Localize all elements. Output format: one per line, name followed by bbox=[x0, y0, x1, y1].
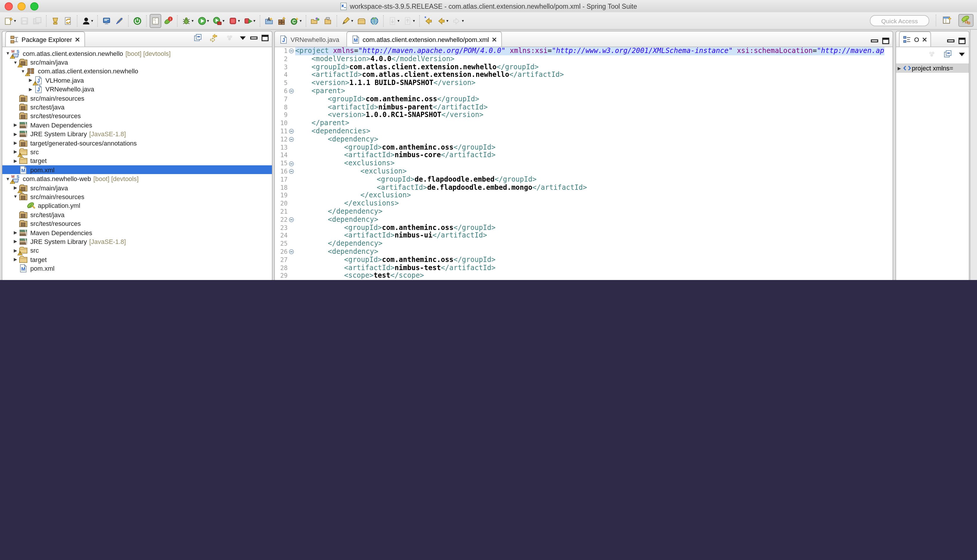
close-icon[interactable] bbox=[492, 37, 497, 42]
tree-item-maven-dependencies[interactable]: ▶Maven Dependencies bbox=[2, 120, 272, 130]
outline-node-project[interactable]: ▶ project xmlns= bbox=[896, 63, 969, 73]
code-line[interactable]: 21</dependency> bbox=[275, 208, 893, 216]
code-line[interactable]: 28<artifactId>nimbus-test</artifactId> bbox=[275, 264, 893, 272]
code-line[interactable]: 14<artifactId>nimbus-core</artifactId> bbox=[275, 152, 893, 160]
code-line[interactable]: 5<version>1.1.1 BUILD-SNAPSHOT</version> bbox=[275, 79, 893, 87]
build-project-button[interactable] bbox=[49, 14, 61, 28]
new-package-button[interactable] bbox=[276, 14, 287, 28]
tab-vrnewhello-java[interactable]: J VRNewhello.java bbox=[275, 33, 343, 47]
fold-collapse-icon[interactable] bbox=[288, 248, 295, 256]
tree-item-jre-system-library[interactable]: ▶JRE System Library[JavaSE-1.8] bbox=[2, 237, 272, 246]
minimize-view-button[interactable] bbox=[947, 37, 955, 45]
maximize-view-button[interactable] bbox=[882, 37, 890, 45]
code-line[interactable]: 1<project xmlns="http://maven.apache.org… bbox=[275, 47, 893, 55]
tree-item-application-yml[interactable]: application.yml bbox=[2, 201, 272, 210]
code-line[interactable]: 2<modelVersion>4.0.0</modelVersion> bbox=[275, 55, 893, 63]
view-menu-button[interactable] bbox=[958, 51, 966, 58]
code-line[interactable]: 8<artifactId>nimbus-parent</artifactId> bbox=[275, 103, 893, 112]
code-line[interactable]: 6<parent> bbox=[275, 87, 893, 95]
tree-item-jre-system-library[interactable]: ▶JRE System Library[JavaSE-1.8] bbox=[2, 130, 272, 138]
quick-access-input[interactable]: Quick Access bbox=[870, 15, 929, 26]
tree-item-src-test-java[interactable]: src/test/java bbox=[2, 210, 272, 219]
code-line[interactable]: 4<artifactId>com.atlas.client.extension.… bbox=[275, 71, 893, 80]
code-line[interactable]: 26<dependency> bbox=[275, 248, 893, 256]
chevron-right-icon[interactable]: ▶ bbox=[12, 158, 18, 163]
run-button[interactable]: ▾ bbox=[196, 14, 210, 28]
tree-item-target[interactable]: ▶target bbox=[2, 156, 272, 165]
chevron-right-icon[interactable]: ▶ bbox=[12, 257, 18, 262]
tree-item-vlhome-java[interactable]: ▶JVLHome.java bbox=[2, 76, 272, 85]
fold-collapse-icon[interactable] bbox=[288, 87, 295, 95]
tree-item-com-atlas-client-extension-newhello[interactable]: ▼com.atlas.client.extension.newhello bbox=[2, 67, 272, 76]
minimize-view-button[interactable] bbox=[870, 37, 879, 45]
code-line[interactable]: 11<dependencies> bbox=[275, 127, 893, 136]
working-sets-button[interactable] bbox=[223, 31, 235, 45]
chevron-right-icon[interactable]: ▶ bbox=[12, 239, 18, 244]
java-element-button[interactable]: A bbox=[263, 14, 275, 28]
tree-item-src-main-resources[interactable]: src/main/resources bbox=[2, 94, 272, 103]
web-browser-button[interactable] bbox=[368, 14, 380, 28]
tree-item-com-atlas-client-extension-newhello[interactable]: ▼MScom.atlas.client.extension.newhello[b… bbox=[2, 49, 272, 58]
tree-item-maven-dependencies[interactable]: ▶Maven Dependencies bbox=[2, 228, 272, 237]
next-annotation-button[interactable]: ▾ bbox=[386, 14, 400, 28]
code-line[interactable]: 29<scope>test</scope> bbox=[275, 272, 893, 280]
maximize-view-button[interactable] bbox=[261, 34, 269, 42]
relaunch-button[interactable]: ▾ bbox=[242, 14, 257, 28]
code-line[interactable]: 16<exclusion> bbox=[275, 168, 893, 176]
fold-collapse-icon[interactable] bbox=[288, 216, 295, 224]
boot-power-button[interactable] bbox=[132, 14, 143, 28]
collapse-all-button[interactable] bbox=[942, 47, 954, 61]
code-line[interactable]: 25</dependency> bbox=[275, 240, 893, 248]
tree-item-target[interactable]: ▶target bbox=[2, 255, 272, 264]
fold-collapse-icon[interactable] bbox=[288, 168, 295, 176]
code-line[interactable]: 24<artifactId>nimbus-ui</artifactId> bbox=[275, 232, 893, 240]
fold-collapse-icon[interactable] bbox=[288, 47, 295, 55]
chevron-right-icon[interactable]: ▶ bbox=[12, 140, 18, 145]
tree-item-src-main-java[interactable]: ▼src/main/java bbox=[2, 58, 272, 67]
forward-button[interactable]: ▾ bbox=[451, 14, 465, 28]
tree-item-vrnewhello-java[interactable]: ▶JVRNewhello.java bbox=[2, 85, 272, 94]
chevron-right-icon[interactable]: ▶ bbox=[12, 131, 18, 137]
code-line[interactable]: 27<groupId>com.antheminc.oss</groupId> bbox=[275, 256, 893, 264]
last-edit-location-button[interactable]: * bbox=[422, 14, 434, 28]
code-line[interactable]: 15<exclusions> bbox=[275, 160, 893, 168]
code-line[interactable]: 7<groupId>com.antheminc.oss</groupId> bbox=[275, 95, 893, 103]
previous-annotation-button[interactable]: ▾ bbox=[402, 14, 416, 28]
maximize-view-button[interactable] bbox=[958, 37, 966, 45]
tree-item-src-test-java[interactable]: src/test/java bbox=[2, 103, 272, 112]
tree-item-pom-xml[interactable]: Mpom.xml bbox=[2, 264, 272, 273]
save-button[interactable] bbox=[18, 14, 30, 28]
code-line[interactable]: 9<version>1.0.0.RC1-SNAPSHOT</version> bbox=[275, 112, 893, 120]
code-line[interactable]: 23<groupId>com.antheminc.oss</groupId> bbox=[275, 224, 893, 232]
user-profile-button[interactable]: ▾ bbox=[80, 14, 94, 28]
chevron-right-icon[interactable]: ▶ bbox=[12, 123, 18, 128]
xml-source-editor[interactable]: 1<project xmlns="http://maven.apache.org… bbox=[275, 47, 893, 280]
code-line[interactable]: 20</exclusions> bbox=[275, 200, 893, 208]
tab-outline[interactable]: O bbox=[899, 32, 931, 47]
refresh-file-button[interactable] bbox=[62, 14, 73, 28]
tree-item-src-test-resources[interactable]: src/test/resources bbox=[2, 219, 272, 228]
terminate-button[interactable]: ▾ bbox=[227, 14, 241, 28]
minimize-view-button[interactable] bbox=[250, 34, 258, 42]
remote-console-button[interactable] bbox=[101, 14, 112, 28]
open-perspective-button[interactable] bbox=[940, 14, 955, 27]
spring-perspective-button[interactable] bbox=[959, 14, 974, 27]
tab-package-explorer[interactable]: Package Explorer bbox=[5, 32, 85, 47]
code-line[interactable]: 19</exclusion> bbox=[275, 192, 893, 200]
tree-item-src-main-java[interactable]: ▶src/main/java bbox=[2, 183, 272, 192]
back-button[interactable]: ▾ bbox=[435, 14, 450, 28]
close-icon[interactable] bbox=[75, 37, 80, 42]
chevron-right-icon[interactable]: ▶ bbox=[12, 230, 18, 235]
fold-collapse-icon[interactable] bbox=[288, 127, 295, 136]
chevron-right-icon[interactable]: ▶ bbox=[896, 65, 902, 71]
code-line[interactable]: 17<groupId>de.flapdoodle.embed</groupId> bbox=[275, 176, 893, 184]
code-line[interactable]: 18<artifactId>de.flapdoodle.embed.mongo<… bbox=[275, 184, 893, 192]
tree-item-src[interactable]: ▶src bbox=[2, 148, 272, 157]
code-line[interactable]: 10</parent> bbox=[275, 119, 893, 127]
tree-item-com-atlas-newhello-web[interactable]: ▼MScom.atlas.newhello-web[boot] [devtool… bbox=[2, 174, 272, 183]
spring-insight-button[interactable]: 1 bbox=[162, 14, 174, 28]
tab-pom-xml[interactable]: M com.atlas.client.extension.newhello/po… bbox=[347, 32, 502, 47]
debug-button[interactable]: ▾ bbox=[180, 14, 195, 28]
coverage-button[interactable]: ▾ bbox=[211, 14, 226, 28]
new-wizard-button[interactable]: ▾ bbox=[3, 14, 17, 28]
